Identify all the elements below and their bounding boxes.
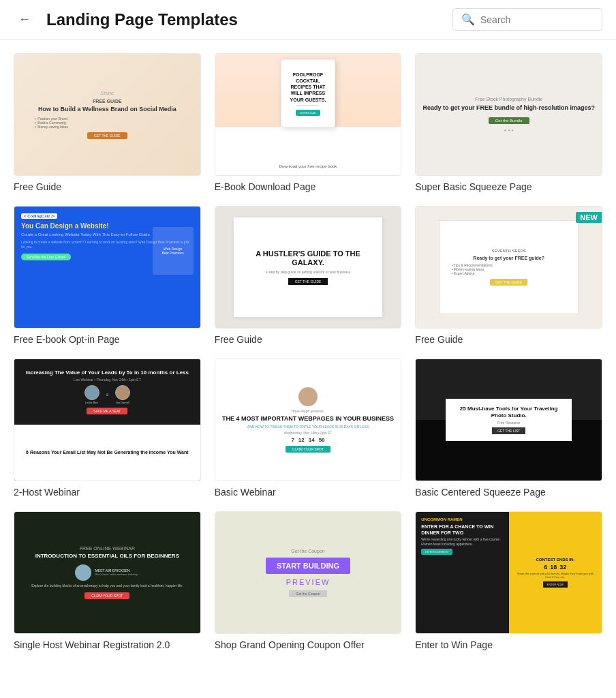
template-label: Free Guide (215, 334, 402, 345)
template-thumbnail: 25 Must-have Tools for Your Traveling Ph… (415, 359, 602, 481)
template-thumbnail: SEVENTH SEEDS Ready to get your FREE gui… (415, 206, 602, 329)
template-thumbnail: FREE ONLINE WEBINAR Introduction to Esse… (14, 511, 201, 634)
template-card[interactable]: FOOLPROOF COCKTAIL RECIPES THAT WILL IMP… (215, 53, 402, 192)
template-thumbnail: FOOLPROOF COCKTAIL RECIPES THAT WILL IMP… (215, 53, 402, 176)
template-card[interactable]: Shine FREE GUIDE How to Build a Wellness… (14, 53, 201, 192)
template-card[interactable]: FREE ONLINE WEBINAR Introduction to Esse… (14, 511, 201, 650)
template-label: Super Basic Squeeze Page (415, 181, 602, 192)
template-card[interactable]: Increasing The Value of Your Leads by 5x… (14, 359, 201, 498)
template-card[interactable]: A HUSTLER'S GUIDE TO THE GALAXY. a step … (215, 206, 402, 345)
app-header: ← Landing Page Templates 🔍 (0, 0, 616, 40)
template-card[interactable]: SEVENTH SEEDS Ready to get your FREE gui… (415, 206, 602, 345)
template-label: Free E-book Opt-in Page (14, 334, 201, 345)
template-thumbnail: Increasing The Value of Your Leads by 5x… (14, 359, 201, 481)
template-label: 2-Host Webinar (14, 487, 201, 498)
template-label: Enter to Win Page (415, 639, 602, 650)
template-label: Free Guide (415, 334, 602, 345)
search-icon: 🔍 (461, 13, 475, 26)
template-label: Free Guide (14, 181, 201, 192)
template-label: Basic Webinar (215, 487, 402, 498)
new-badge: NEW (576, 212, 602, 223)
template-card[interactable]: UNCOMMON RAMEN ENTER FOR A CHANCE TO WIN… (415, 511, 602, 650)
template-thumbnail: Hope Ralph presents: THE 4 MOST IMPORTAN… (215, 359, 402, 481)
template-thumbnail: Shine FREE GUIDE How to Build a Wellness… (14, 53, 201, 176)
search-input[interactable] (480, 14, 594, 25)
template-label: Single Host Webinar Registration 2.0 (14, 639, 201, 650)
template-card[interactable]: Free Stock Photography Bundle Ready to g… (415, 53, 602, 192)
template-thumbnail: A HUSTLER'S GUIDE TO THE GALAXY. a step … (215, 206, 402, 329)
template-thumbnail: Free Stock Photography Bundle Ready to g… (415, 53, 602, 176)
back-button[interactable]: ← (14, 9, 35, 31)
template-card[interactable]: Get the Coupon START BUILDING PREVIEW Ge… (215, 511, 402, 650)
back-icon: ← (18, 12, 31, 27)
template-grid: Shine FREE GUIDE How to Build a Wellness… (0, 40, 616, 664)
template-thumbnail: UNCOMMON RAMEN ENTER FOR A CHANCE TO WIN… (415, 511, 602, 634)
template-label: Shop Grand Opening Coupon Offer (215, 639, 402, 650)
template-label: E-Book Download Page (215, 181, 402, 192)
template-card[interactable]: 25 Must-have Tools for Your Traveling Ph… (415, 359, 602, 498)
template-thumbnail: Get the Coupon START BUILDING PREVIEW Ge… (215, 511, 402, 634)
template-label: Basic Centered Squeeze Page (415, 487, 602, 498)
template-thumbnail: < CodingCatz /> You Can Design a Website… (14, 206, 201, 329)
search-container[interactable]: 🔍 (452, 8, 602, 31)
template-card[interactable]: Hope Ralph presents: THE 4 MOST IMPORTAN… (215, 359, 402, 498)
page-title: Landing Page Templates (46, 10, 442, 29)
template-card[interactable]: < CodingCatz /> You Can Design a Website… (14, 206, 201, 345)
